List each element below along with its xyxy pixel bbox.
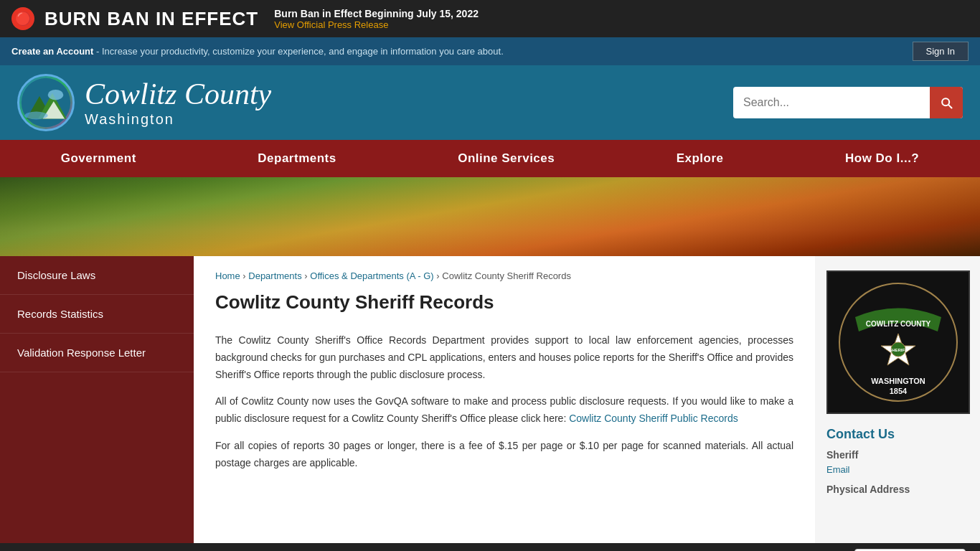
nav-departments[interactable]: Departments xyxy=(243,140,350,177)
breadcrumb-current: Cowlitz County Sheriff Records xyxy=(442,270,571,281)
paragraph-2: All of Cowlitz County now uses the GovQA… xyxy=(215,393,793,428)
sidebar-validation-response[interactable]: Validation Response Letter xyxy=(0,334,194,372)
site-logo[interactable]: Cowlitz County Washington xyxy=(17,74,271,131)
burn-ban-title: BURN BAN IN EFFECT xyxy=(44,8,258,30)
svg-point-5 xyxy=(24,112,47,120)
paragraph-3: For all copies of reports 30 pages or lo… xyxy=(215,438,793,472)
page-title: Cowlitz County Sheriff Records xyxy=(215,291,793,321)
breadcrumb: Home › Departments › Offices & Departmen… xyxy=(215,270,793,281)
account-bar-text: Create an Account - Increase your produc… xyxy=(11,46,504,57)
search-input[interactable] xyxy=(733,90,930,115)
search-icon xyxy=(939,95,953,110)
county-name: Cowlitz County xyxy=(85,77,271,110)
search-box xyxy=(733,87,963,118)
account-bar: Create an Account - Increase your produc… xyxy=(0,37,980,65)
nav-how-do-i[interactable]: How Do I...? xyxy=(831,140,933,177)
hero-trees xyxy=(0,177,980,256)
nav-explore[interactable]: Explore xyxy=(662,140,738,177)
site-header: Cowlitz County Washington xyxy=(0,65,980,140)
hero-banner xyxy=(0,177,980,256)
content-area: Disclosure Laws Records Statistics Valid… xyxy=(0,256,980,543)
main-nav: Government Departments Online Services E… xyxy=(0,140,980,177)
burn-ban-details: Burn Ban in Effect Beginning July 15, 20… xyxy=(274,8,479,30)
sign-in-button[interactable]: Sign In xyxy=(913,42,969,61)
nav-government[interactable]: Government xyxy=(47,140,151,177)
footer-bar: G Select Language ▼ xyxy=(0,543,980,551)
burn-ban-bar: 🔴 BURN BAN IN EFFECT Burn Ban in Effect … xyxy=(0,0,980,37)
breadcrumb-offices[interactable]: Offices & Departments (A - G) xyxy=(310,270,433,281)
breadcrumb-departments[interactable]: Departments xyxy=(248,270,301,281)
logo-svg xyxy=(20,77,72,128)
svg-point-0 xyxy=(22,78,70,127)
sidebar-disclosure-laws[interactable]: Disclosure Laws xyxy=(0,256,194,295)
sheriff-badge: COWLITZ COUNTY SHERIFF WASHINGTON 1854 xyxy=(826,270,970,414)
contact-section: Contact Us Sheriff Email Physical Addres… xyxy=(826,427,969,495)
sidebar: Disclosure Laws Records Statistics Valid… xyxy=(0,256,194,543)
right-panel: COWLITZ COUNTY SHERIFF WASHINGTON 1854 C… xyxy=(815,256,980,543)
physical-address-label: Physical Address xyxy=(826,484,969,495)
account-bar-description: - Increase your productivity, customize … xyxy=(96,46,504,57)
burn-ban-link[interactable]: View Official Press Release xyxy=(274,19,479,30)
public-records-link[interactable]: Cowlitz County Sheriff Public Records xyxy=(569,413,738,424)
contact-title: Contact Us xyxy=(826,427,969,442)
breadcrumb-home[interactable]: Home xyxy=(215,270,240,281)
svg-point-4 xyxy=(48,90,64,100)
state-name: Washington xyxy=(85,111,271,128)
search-button[interactable] xyxy=(930,87,963,118)
svg-text:COWLITZ COUNTY: COWLITZ COUNTY xyxy=(866,320,931,328)
logo-circle xyxy=(17,74,75,131)
burn-ban-icon: 🔴 xyxy=(11,7,34,30)
paragraph-1: The Cowlitz County Sheriff's Office Reco… xyxy=(215,332,793,383)
sidebar-records-statistics[interactable]: Records Statistics xyxy=(0,295,194,334)
svg-text:1854: 1854 xyxy=(890,387,908,395)
svg-text:SHERIFF: SHERIFF xyxy=(889,348,908,352)
create-account-link[interactable]: Create an Account xyxy=(11,46,93,57)
email-link[interactable]: Email xyxy=(826,464,850,475)
main-content: Home › Departments › Offices & Departmen… xyxy=(194,256,815,543)
contact-sheriff-label: Sheriff xyxy=(826,449,969,461)
site-name: Cowlitz County Washington xyxy=(85,77,271,127)
nav-online-services[interactable]: Online Services xyxy=(443,140,569,177)
content-body: The Cowlitz County Sheriff's Office Reco… xyxy=(215,332,793,472)
sheriff-badge-svg: COWLITZ COUNTY SHERIFF WASHINGTON 1854 xyxy=(834,278,963,407)
burn-ban-subtitle: Burn Ban in Effect Beginning July 15, 20… xyxy=(274,8,479,19)
svg-text:WASHINGTON: WASHINGTON xyxy=(871,377,925,385)
